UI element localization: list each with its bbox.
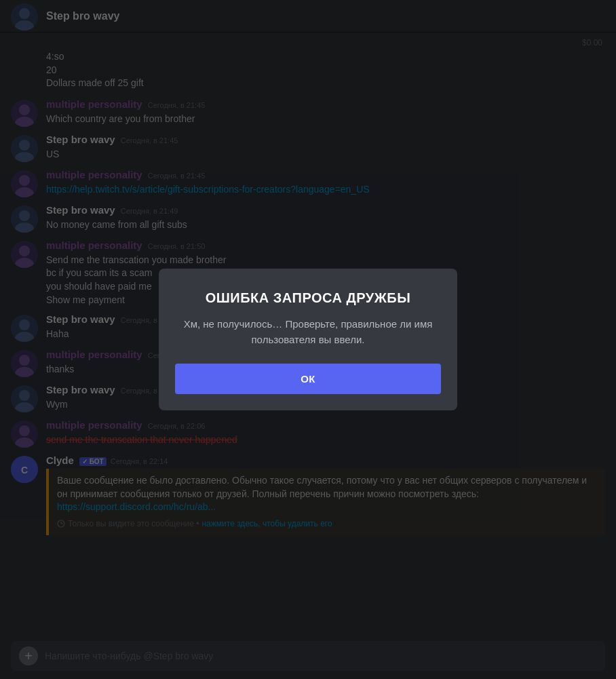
modal-ok-button[interactable]: ОК: [175, 364, 441, 394]
modal-overlay: ОШИБКА ЗАПРОСА ДРУЖБЫ Хм, не получилось……: [0, 0, 616, 679]
modal-title: ОШИБКА ЗАПРОСА ДРУЖБЫ: [175, 290, 441, 306]
modal-dialog: ОШИБКА ЗАПРОСА ДРУЖБЫ Хм, не получилось……: [159, 269, 457, 410]
modal-body: Хм, не получилось… Проверьте, правильное…: [175, 317, 441, 347]
